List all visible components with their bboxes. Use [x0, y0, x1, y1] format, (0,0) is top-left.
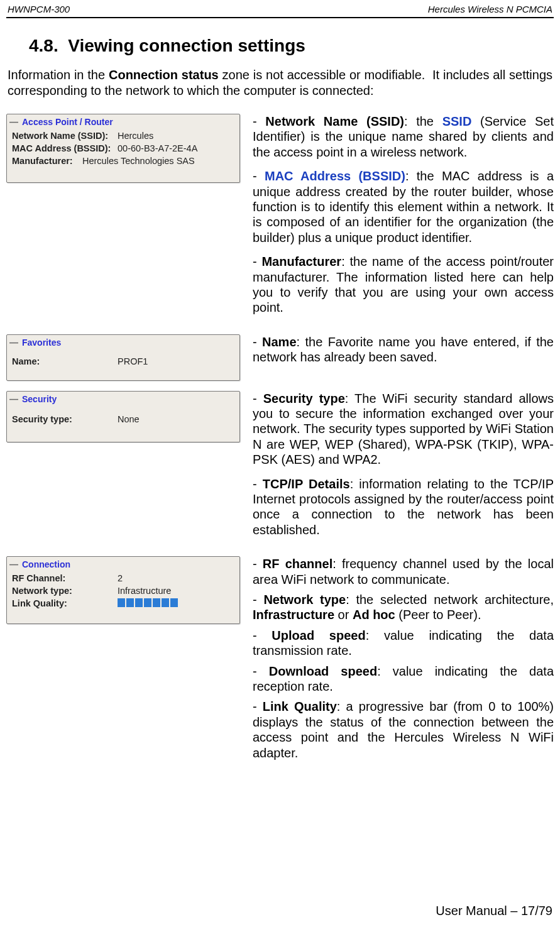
- value-rf: 2: [118, 573, 234, 583]
- term-upload: Upload speed: [272, 628, 365, 642]
- row-access-point: Access Point / Router Network Name (SSID…: [6, 114, 554, 324]
- text-name: : the Favorite name you have entered, if…: [253, 335, 554, 364]
- panel-legend-fav: Favorites: [19, 337, 63, 348]
- desc-ssid: - Network Name (SSID): the SSID (Service…: [253, 114, 554, 160]
- term-name: Name: [262, 335, 296, 349]
- panel-connection: Connection RF Channel: 2 Network type: I…: [6, 556, 240, 624]
- header-rule: [6, 17, 554, 18]
- panel-row-nettype: Network type: Infrastructure: [11, 584, 236, 597]
- term-tcpip: TCP/IP Details: [263, 477, 350, 491]
- panel-legend-security: Security: [19, 394, 59, 404]
- desc-link: - Link Quality: a progressive bar (from …: [253, 699, 554, 760]
- term-ssid: Network Name (SSID): [265, 114, 404, 128]
- intro-paragraph: Information in the Connection status zon…: [8, 67, 552, 99]
- panel-row-security-type: Security type: None: [11, 413, 236, 425]
- term-nettype: Network type: [263, 593, 346, 606]
- value-bssid: 00-60-B3-A7-2E-4A: [118, 143, 234, 153]
- desc-bssid: - MAC Address (BSSID): the MAC address i…: [253, 168, 554, 245]
- panel-security: Security Security type: None: [6, 391, 240, 442]
- panel-row-ssid: Network Name (SSID): Hercules: [11, 129, 236, 142]
- panel-legend-ap: Access Point / Router: [19, 117, 116, 127]
- label-rf: RF Channel:: [12, 573, 118, 583]
- label-manufacturer: Manufacturer:: [12, 156, 82, 166]
- term-rf: RF channel: [263, 557, 332, 571]
- value-ssid: Hercules: [118, 131, 234, 141]
- panel-row-name: Name: PROF1: [11, 355, 236, 368]
- desc-nettype: - Network type: the selected network arc…: [253, 592, 554, 623]
- term-security-type: Security type: [263, 392, 345, 405]
- value-nettype: Infrastructure: [118, 586, 234, 596]
- panel-legend-connection: Connection: [19, 559, 73, 569]
- label-security-type: Security type:: [12, 414, 118, 424]
- header-right: Hercules Wireless N PCMCIA: [428, 4, 552, 14]
- label-ssid: Network Name (SSID):: [12, 131, 118, 141]
- term-infrastructure: Infrastructure: [253, 608, 334, 622]
- label-nettype: Network type:: [12, 586, 118, 596]
- panel-access-point: Access Point / Router Network Name (SSID…: [6, 114, 240, 183]
- desc-download: - Download speed: value indicating the d…: [253, 664, 554, 694]
- text-nettype-a: : the selected network architecture,: [346, 593, 554, 606]
- page: HWNPCM-300 Hercules Wireless N PCMCIA 4.…: [0, 0, 560, 927]
- intro-bold: Connection status: [109, 68, 219, 82]
- panel-row-bssid: MAC Address (BSSID): 00-60-B3-A7-2E-4A: [11, 142, 236, 155]
- row-favorites: Favorites Name: PROF1 - Name: the Favori…: [6, 334, 554, 381]
- row-security: Security Security type: None - Security …: [6, 391, 554, 547]
- text-nettype-b: (Peer to Peer).: [395, 608, 481, 622]
- label-bssid: MAC Address (BSSID):: [12, 143, 118, 153]
- term-link: Link Quality: [263, 699, 337, 713]
- section-number: 4.8.: [29, 36, 58, 55]
- desc-security: - Security type: The WiFi security stand…: [253, 391, 554, 547]
- desc-rf: - RF channel: frequency channel used by …: [253, 556, 554, 587]
- section-name: Viewing connection settings: [68, 36, 305, 55]
- label-name: Name:: [12, 356, 118, 366]
- desc-tcpip: - TCP/IP Details: information relating t…: [253, 476, 554, 538]
- desc-upload: - Upload speed: value indicating the dat…: [253, 628, 554, 659]
- desc-favorites: - Name: the Favorite name you have enter…: [253, 334, 554, 374]
- section-title: 4.8. Viewing connection settings: [29, 36, 554, 56]
- text-or: or: [334, 608, 353, 622]
- header-left: HWNPCM-300: [8, 4, 70, 14]
- panel-row-manufacturer: Manufacturer: Hercules Technologies SAS: [11, 155, 236, 167]
- panel-row-link: Link Quality:: [11, 597, 236, 610]
- desc-security-type: - Security type: The WiFi security stand…: [253, 391, 554, 468]
- desc-manufacturer: - Manufacturer: the name of the access p…: [253, 254, 554, 315]
- desc-access-point: - Network Name (SSID): the SSID (Service…: [253, 114, 554, 324]
- value-security-type: None: [118, 414, 234, 424]
- term-adhoc: Ad hoc: [353, 608, 395, 622]
- value-manufacturer: Hercules Technologies SAS: [82, 156, 234, 166]
- label-link: Link Quality:: [12, 598, 118, 609]
- panel-row-rf: RF Channel: 2: [11, 572, 236, 584]
- value-link: [118, 598, 234, 609]
- desc-connection: - RF channel: frequency channel used by …: [253, 556, 554, 769]
- term-manufacturer: Manufacturer: [261, 255, 341, 268]
- value-name: PROF1: [118, 356, 234, 366]
- row-connection: Connection RF Channel: 2 Network type: I…: [6, 556, 554, 769]
- term-bssid[interactable]: MAC Address (BSSID): [265, 169, 405, 183]
- link-ssid[interactable]: SSID: [442, 114, 472, 128]
- page-footer: User Manual – 17/79: [436, 904, 552, 918]
- page-header: HWNPCM-300 Hercules Wireless N PCMCIA: [6, 4, 554, 16]
- desc-name: - Name: the Favorite name you have enter…: [253, 334, 554, 365]
- signal-bar: [118, 598, 178, 607]
- term-download: Download speed: [269, 664, 377, 678]
- panel-favorites: Favorites Name: PROF1: [6, 334, 240, 381]
